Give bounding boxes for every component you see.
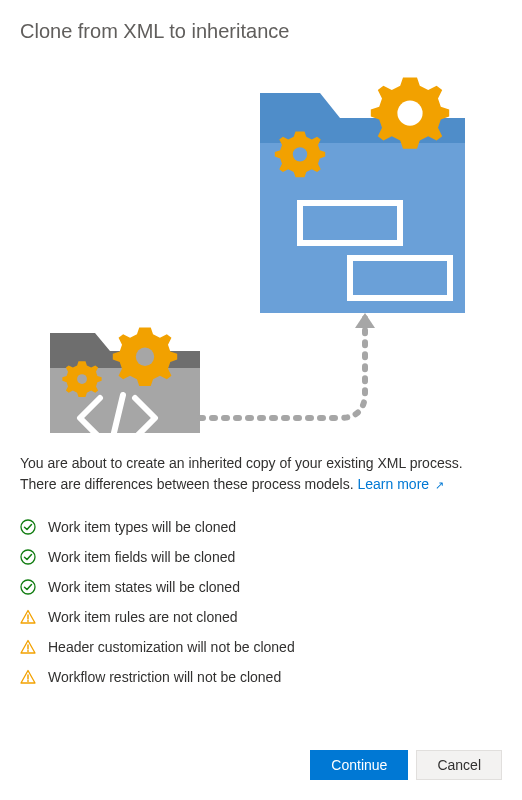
- list-item: Work item rules are not cloned: [20, 609, 502, 625]
- continue-button[interactable]: Continue: [310, 750, 408, 780]
- svg-point-10: [21, 580, 35, 594]
- list-item: Header customization will not be cloned: [20, 639, 502, 655]
- dialog-button-bar: Continue Cancel: [310, 750, 502, 780]
- svg-point-7: [77, 374, 87, 384]
- svg-point-16: [27, 680, 29, 682]
- clone-item-list: Work item types will be clonedWork item …: [20, 519, 502, 685]
- list-item-text: Header customization will not be cloned: [48, 639, 295, 655]
- svg-point-12: [27, 620, 29, 622]
- svg-point-6: [136, 348, 154, 366]
- cancel-button[interactable]: Cancel: [416, 750, 502, 780]
- dialog-description: You are about to create an inherited cop…: [20, 453, 502, 495]
- learn-more-link[interactable]: Learn more ↗: [357, 476, 443, 492]
- warning-triangle-icon: [20, 609, 36, 625]
- list-item-text: Work item fields will be cloned: [48, 549, 235, 565]
- svg-point-2: [293, 147, 307, 161]
- svg-point-8: [21, 520, 35, 534]
- list-item: Work item fields will be cloned: [20, 549, 502, 565]
- external-link-icon: ↗: [435, 477, 444, 494]
- list-item: Work item states will be cloned: [20, 579, 502, 595]
- warning-triangle-icon: [20, 639, 36, 655]
- dialog-title: Clone from XML to inheritance: [20, 20, 502, 43]
- check-circle-icon: [20, 579, 36, 595]
- check-circle-icon: [20, 519, 36, 535]
- list-item-text: Work item rules are not cloned: [48, 609, 238, 625]
- list-item-text: Work item states will be cloned: [48, 579, 240, 595]
- check-circle-icon: [20, 549, 36, 565]
- clone-illustration: [20, 63, 502, 433]
- list-item: Work item types will be cloned: [20, 519, 502, 535]
- warning-triangle-icon: [20, 669, 36, 685]
- list-item: Workflow restriction will not be cloned: [20, 669, 502, 685]
- svg-point-1: [397, 101, 422, 126]
- svg-point-9: [21, 550, 35, 564]
- list-item-text: Workflow restriction will not be cloned: [48, 669, 281, 685]
- svg-point-14: [27, 650, 29, 652]
- list-item-text: Work item types will be cloned: [48, 519, 236, 535]
